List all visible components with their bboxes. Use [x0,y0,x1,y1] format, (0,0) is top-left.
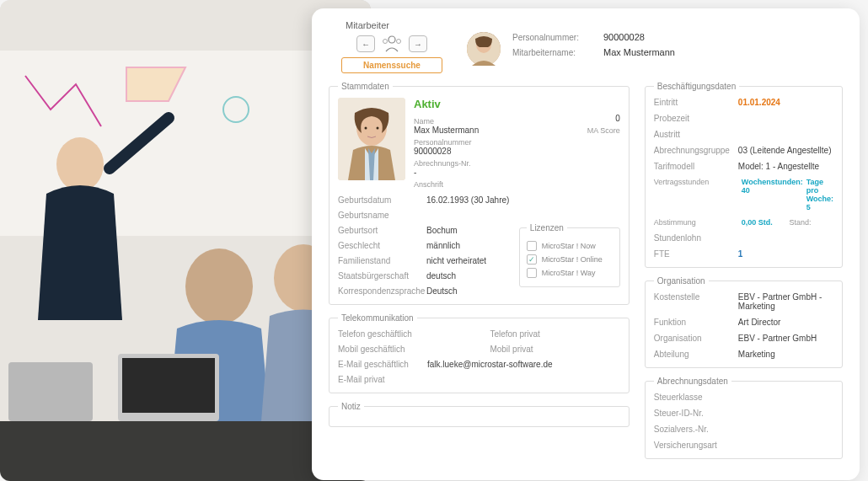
stundenlohn-label: Stundenlohn [654,233,738,243]
page-title: Mitarbeiter [346,20,455,30]
personalnr-value: 90000028 [603,32,645,42]
employee-panel: Mitarbeiter ← → Namenssuche Personalnumm… [312,8,860,480]
stamm-row-value [426,211,620,220]
wochenstd-value: Wochenstunden: 40 [742,178,803,211]
notiz-section: Notiz [329,402,630,427]
tageprowoche-value: Tage pro Woche: 5 [806,178,833,211]
svg-rect-8 [8,362,93,421]
organisation-section: Organisation Kostenstelle EBV - Partner … [645,276,843,368]
stammdaten-section: Stammdaten Aktiv Name Max Mustermann [329,82,630,305]
stamm-row-label: Geburtsname [338,211,426,220]
checkbox-icon[interactable]: ✓ [527,254,537,265]
tel-business-label: Telefon geschäftlich [338,329,422,339]
abstimmung-value: 0,00 Std. [742,218,786,227]
svg-point-12 [397,40,401,44]
abrnr-value: - [414,168,620,177]
fte-value: 1 [738,249,833,259]
people-icon [380,34,404,54]
svg-point-4 [185,249,253,324]
pnr-value: 90000028 [414,147,620,156]
telecom-section: Telekommunikation Telefon geschäftlich T… [329,313,630,393]
license-row[interactable]: MicroStar ! Way [527,268,613,278]
funktion-label: Funktion [654,318,738,327]
name-label: Name [414,117,479,126]
abstimmung-label: Abstimmung [654,218,738,227]
svg-rect-7 [122,358,215,413]
score-value: 0 [578,114,620,123]
mob-private-label: Mobil privat [490,345,557,354]
kostenstelle-label: Kostenstelle [654,292,738,311]
abrnr-label: Abrechnungs-Nr. [414,159,620,168]
license-row[interactable]: MicroStar ! Now [527,241,613,251]
employee-name-label: Mitarbeitername: [512,48,597,57]
austritt-label: Austritt [654,130,738,139]
email-business-label: E-Mail geschäftlich [338,360,422,369]
stamm-row-label: Geburtsort [338,226,426,235]
versart-label: Versicherungsart [654,441,738,450]
fte-label: FTE [654,249,738,259]
notiz-legend: Notiz [338,402,364,411]
eintritt-label: Eintritt [654,98,738,107]
telecom-legend: Telekommunikation [338,313,417,323]
stamm-row-value: Deutsch [426,286,620,296]
svg-point-18 [377,127,379,130]
org-value: EBV - Partner GmbH [738,334,833,343]
tel-private-label: Telefon privat [490,329,557,339]
license-label: MicroStar ! Online [542,255,603,264]
abrechnung-legend: Abrechnungsdaten [654,377,731,386]
avatar-small [467,32,501,66]
stammdaten-legend: Stammdaten [338,82,393,91]
name-search-button[interactable]: Namenssuche [341,57,442,73]
stamm-row-label: Staatsbürgerschaft [338,271,426,281]
stamm-row-label: Korrespondenzsprache [338,286,426,296]
abrgruppe-value: 03 (Leitende Angestellte) [738,146,833,155]
employment-legend: Beschäftigungsdaten [654,82,739,91]
stand-label: Stand: [789,218,833,227]
license-row[interactable]: ✓MicroStar ! Online [527,254,613,265]
abrechnung-section: Abrechnungsdaten Steuerklasse Steuer-ID-… [645,377,843,459]
organisation-legend: Organisation [654,276,709,286]
tarif-label: Tarifmodell [654,162,738,171]
email-private-label: E-Mail privat [338,375,422,384]
pnr-label: Personalnummer [414,138,620,147]
checkbox-icon[interactable] [527,268,537,278]
mob-business-label: Mobil geschäftlich [338,345,422,354]
email-business-value: falk.lueke@microstar-software.de [427,360,620,369]
stamm-row-value: 16.02.1993 (30 Jahre) [426,195,620,205]
score-label: MA Score [578,126,620,135]
tarif-value: Model: 1 - Angestellte [738,162,833,171]
licenses-legend: Lizenzen [527,223,567,232]
personalnr-label: Personalnummer: [512,33,597,42]
license-label: MicroStar ! Now [542,242,596,250]
kostenstelle-value: EBV - Partner GmbH - Marketing [738,292,833,311]
steuerklasse-label: Steuerklasse [654,393,738,402]
eintritt-value: 01.01.2024 [738,98,833,107]
svg-point-11 [383,40,388,44]
stamm-row-label: Familienstand [338,256,426,265]
employee-name-value: Max Mustermann [603,47,675,57]
employment-section: Beschäftigungsdaten Eintritt 01.01.2024 … [645,82,843,268]
sozialvers-label: Sozialvers.-Nr. [654,425,738,434]
license-label: MicroStar ! Way [542,269,596,277]
abrgruppe-label: Abrechnungsgruppe [654,146,738,155]
probezeit-label: Probezeit [654,114,738,123]
org-label: Organisation [654,334,738,343]
status-badge: Aktiv [414,98,620,110]
svg-point-3 [56,137,104,191]
anschrift-label: Anschrift [414,180,620,189]
next-button[interactable]: → [409,35,427,52]
vertrag-label: Vertragsstunden [654,178,738,211]
abteilung-label: Abteilung [654,350,738,359]
licenses-section: Lizenzen MicroStar ! Now✓MicroStar ! Onl… [519,223,620,287]
name-value: Max Mustermann [414,126,479,135]
funktion-value: Art Director [738,318,833,327]
steuerid-label: Steuer-ID-Nr. [654,409,738,418]
checkbox-icon[interactable] [527,241,537,251]
avatar-large [338,98,405,180]
svg-point-10 [388,36,395,43]
abteilung-value: Marketing [738,350,833,359]
stamm-row-label: Geburtsdatum [338,195,426,205]
svg-point-17 [365,127,367,130]
stamm-row-label: Geschlecht [338,241,426,250]
prev-button[interactable]: ← [356,35,375,52]
